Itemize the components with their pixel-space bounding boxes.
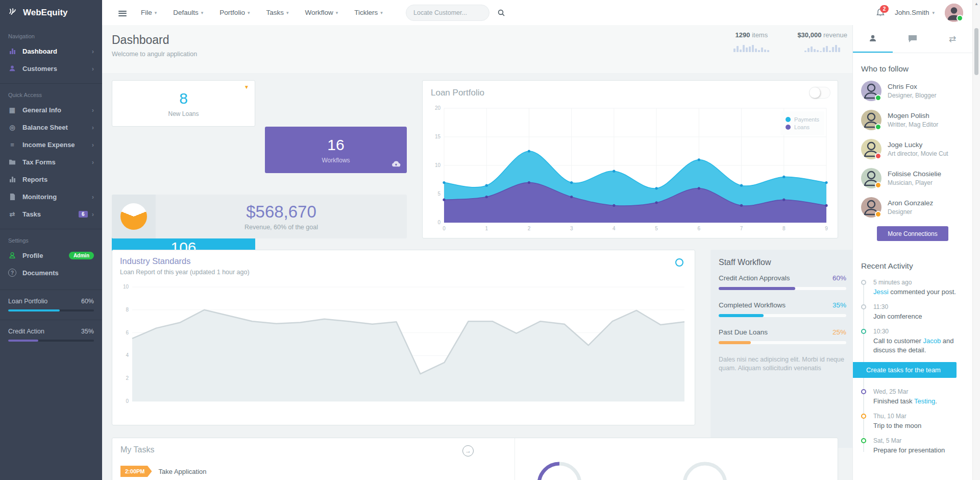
sidebar-item-reports[interactable]: Reports	[0, 171, 102, 188]
menu-portfolio[interactable]: Portfolio▾	[219, 9, 250, 16]
sidebar-item-documents[interactable]: ? Documents	[0, 264, 102, 281]
staff-item-label: Credit Action Approvals	[719, 274, 790, 282]
activity-highlight-create-tasks[interactable]: Create tasks for the team	[853, 362, 957, 378]
brand[interactable]: WebEquity	[0, 0, 102, 25]
timeline-dot	[861, 280, 866, 285]
sidebar-item-label: Dashboard	[22, 47, 57, 55]
bar-chart-icon	[8, 49, 16, 54]
svg-text:2: 2	[126, 375, 129, 381]
avatar	[861, 197, 881, 218]
task-row[interactable]: 2:00PM Take Application	[120, 466, 206, 477]
staff-note: Dales nisi nec adipiscing elit. Morbi id…	[719, 355, 846, 373]
chevron-right-icon: ›	[92, 47, 94, 55]
search-icon[interactable]	[498, 9, 505, 16]
svg-text:5: 5	[655, 226, 658, 231]
sidebar-item-income-expense[interactable]: ≡ Income Expense ›	[0, 136, 102, 153]
person-role: Writter, Mag Editor	[888, 121, 938, 128]
activity-link[interactable]: Testing	[914, 397, 935, 405]
sidebar-item-label: Tasks	[22, 210, 41, 218]
my-tasks-title: My Tasks	[120, 445, 154, 454]
revenue-summary: $568,670 Revenue, 60% of the goal	[112, 195, 407, 238]
menu-file[interactable]: File▾	[141, 9, 157, 16]
sidebar-progress-credit-action: Credit Action 35%	[0, 320, 102, 343]
menu-defaults[interactable]: Defaults▾	[173, 9, 203, 16]
user-menu[interactable]: John.Smith ▾	[895, 9, 935, 16]
person-folisise-chosielie[interactable]: Folisise Chosielie Musician, Player	[861, 168, 964, 188]
person-role: Designer, Blogger	[888, 92, 936, 99]
new-loans-label: New Loans	[168, 110, 199, 117]
topbar-right: 2 John.Smith ▾	[876, 0, 963, 25]
avatar	[861, 139, 881, 159]
sidebar-item-profile[interactable]: Profile Admin	[0, 247, 102, 264]
person-joge-lucky[interactable]: Joge Lucky Art director, Movie Cut	[861, 139, 964, 159]
workflows-card[interactable]: 16 Workflows	[265, 127, 407, 173]
payments-legend-label: Payments	[794, 116, 819, 123]
tab-connections-icon[interactable]: ⇄	[933, 25, 972, 53]
activity-item: Wed, 25 Mar Finished task Testing.	[861, 388, 964, 406]
sidebar-item-monitoring[interactable]: Monitoring ›	[0, 188, 102, 205]
tab-chat-icon[interactable]	[893, 25, 933, 53]
activity-text-pre: Trip to the moon	[873, 422, 921, 429]
sidebar-item-tasks[interactable]: ⇄ Tasks 6 ›	[0, 205, 102, 223]
revenue-label: revenue	[823, 31, 847, 39]
person-mogen-polish[interactable]: Mogen Polish Writter, Mag Editor	[861, 110, 964, 130]
chart-toggle-switch[interactable]	[809, 87, 830, 99]
person-chris-fox[interactable]: Chris Fox Designer, Blogger	[861, 81, 964, 101]
progress-value: 60%	[81, 298, 94, 305]
sidebar-item-customers[interactable]: Customers ›	[0, 60, 102, 77]
scroll-up-arrow-icon[interactable]: ▲	[973, 2, 980, 6]
chevron-right-icon: ›	[92, 158, 94, 166]
svg-text:8: 8	[126, 307, 129, 313]
person-role: Art director, Movie Cut	[888, 150, 948, 157]
sidebar-item-tax-forms[interactable]: Tax Forms ›	[0, 153, 102, 171]
industry-standards-subtitle: Loan Report of this year (updated 1 hour…	[120, 269, 250, 276]
notifications-bell-icon[interactable]: 2	[876, 8, 885, 17]
svg-text:10: 10	[123, 284, 129, 290]
user-avatar[interactable]	[945, 4, 963, 22]
staff-item-value: 60%	[832, 274, 846, 282]
question-icon: ?	[8, 269, 16, 277]
search-input[interactable]	[406, 9, 498, 16]
admin-badge: Admin	[69, 252, 94, 259]
new-loans-card[interactable]: ▼ 8 New Loans	[112, 80, 255, 127]
sidebar-item-label: Monitoring	[22, 193, 57, 201]
svg-text:7: 7	[740, 226, 743, 231]
workflow-donut-chart: 33%	[679, 459, 730, 480]
loan-portfolio-chart: 051015200123456789	[431, 104, 830, 233]
menu-ticklers[interactable]: Ticklers▾	[354, 9, 383, 16]
svg-text:4: 4	[612, 226, 616, 231]
arrows-icon: ⇄	[8, 210, 16, 218]
sidebar-item-label: Balance Sheet	[22, 124, 68, 131]
svg-text:2: 2	[528, 226, 531, 231]
file-icon	[8, 194, 16, 200]
activity-link[interactable]: Jacob	[923, 337, 941, 345]
items-stat: 1290 items	[733, 31, 769, 52]
progress-track	[719, 287, 846, 290]
items-sparkline	[733, 43, 769, 52]
svg-text:0: 0	[437, 220, 440, 225]
person-role: Musician, Player	[888, 179, 941, 186]
menu-workflow[interactable]: Workflow▾	[305, 9, 338, 16]
sidebar-item-balance-sheet[interactable]: ◎ Balance Sheet ›	[0, 118, 102, 136]
arrow-right-circle-icon[interactable]: →	[462, 445, 474, 457]
person-aron-gonzalez[interactable]: Aron Gonzalez Designer	[861, 197, 964, 218]
list-icon: ≡	[8, 141, 16, 149]
activity-link[interactable]: Jessi	[873, 288, 889, 296]
scrollbar-thumb[interactable]	[974, 28, 978, 75]
recent-activity-title: Recent Activity	[861, 261, 964, 271]
sidebar-item-dashboard[interactable]: Dashboard ›	[0, 42, 102, 60]
caret-down-icon: ▾	[380, 10, 383, 15]
sidebar-item-label: General Info	[22, 106, 61, 114]
tasks-count-badge: 6	[79, 211, 88, 218]
chevron-right-icon: ›	[92, 124, 94, 131]
divider	[514, 438, 515, 480]
more-connections-button[interactable]: More Connections	[877, 226, 948, 241]
timeline-dot	[861, 438, 866, 443]
refresh-ring-icon[interactable]	[675, 258, 683, 267]
activity-text-pre: Finished task	[873, 397, 914, 405]
activity-text: Finished task Testing.	[873, 397, 964, 406]
sidebar-item-general-info[interactable]: ▦ General Info ›	[0, 101, 102, 118]
tab-profile[interactable]	[853, 25, 893, 53]
menu-tasks[interactable]: Tasks▾	[266, 9, 288, 16]
menu-toggle-icon[interactable]	[118, 9, 127, 17]
